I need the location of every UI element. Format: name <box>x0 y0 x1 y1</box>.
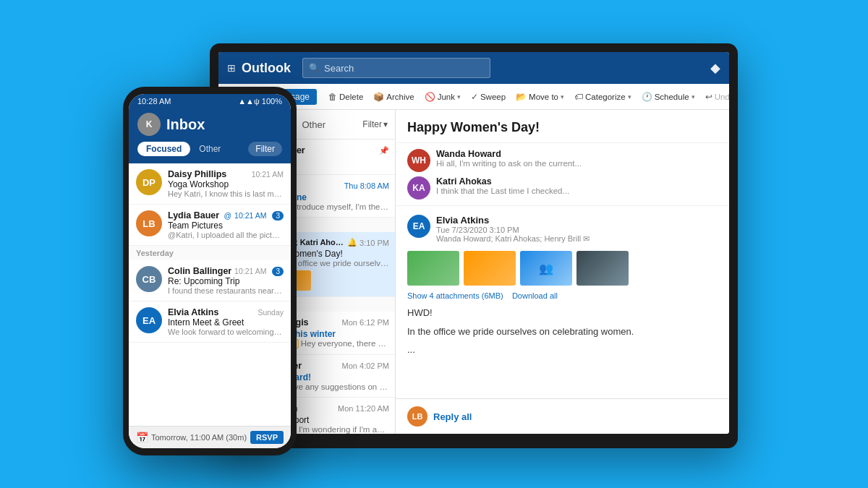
junk-chevron: ▾ <box>457 93 461 100</box>
people-icon: 👥 <box>539 262 553 275</box>
attachment-thumb-1 <box>407 251 459 286</box>
unread-badge: 3 <box>272 267 284 276</box>
categorize-icon: 🏷 <box>574 92 583 102</box>
phone-preview: I found these restaurants near our... <box>168 286 284 295</box>
phone-tab-other[interactable]: Other <box>195 142 225 156</box>
reply-all-button[interactable]: Reply all <box>433 411 472 422</box>
phone: 10:28 AM ▲▲ψ 100% K Inbox Focused Other … <box>123 87 297 455</box>
participant-avatar: WH <box>407 149 430 172</box>
phone-reminder: 📅 Tomorrow, 11:00 AM (30m) <box>136 432 247 443</box>
reminder-icon: 📅 <box>136 432 148 443</box>
attachments-info[interactable]: Show 4 attachments (6MB) Download all <box>407 291 718 300</box>
outlook-header: ⊞ Outlook 🔍 Search ◆ <box>218 52 729 84</box>
phone-time: 10:21 AM <box>252 170 284 179</box>
email-time: 3:10 PM <box>359 239 389 247</box>
attachment-thumb-2 <box>464 251 516 286</box>
phone-filter-button[interactable]: Filter <box>248 142 282 156</box>
junk-button[interactable]: 🚫 Junk ▾ <box>420 90 465 104</box>
tab-other[interactable]: Other <box>299 118 328 132</box>
show-attachments: Show 4 attachments (6MB) <box>407 291 503 300</box>
phone-avatar: EA <box>136 307 162 333</box>
phone-tab-focused[interactable]: Focused <box>137 142 190 156</box>
sweep-label: Sweep <box>480 93 506 101</box>
unread-badge: 3 <box>272 211 284 221</box>
phone-screen: 10:28 AM ▲▲ψ 100% K Inbox Focused Other … <box>129 94 291 448</box>
download-all[interactable]: Download all <box>512 291 558 300</box>
phone-preview: Hey Katri, I know this is last minute, d… <box>168 189 284 198</box>
selected-sender-row: EA Elvia Atkins Tue 7/23/2020 3:10 PM Wa… <box>407 215 718 244</box>
reply-avatar: LB <box>407 406 427 427</box>
move-label: Move to <box>529 93 558 101</box>
delete-icon: 🗑 <box>328 92 337 102</box>
email-time: Mon 11:20 AM <box>338 404 389 413</box>
phone-email-item[interactable]: DP Daisy Phillips 10:21 AM Yoga Workshop… <box>129 163 291 205</box>
rsvp-button[interactable]: RSVP <box>250 431 284 444</box>
selected-sender-meta: Tue 7/23/2020 3:10 PM <box>436 226 718 234</box>
selected-sender-name: Elvia Atkins <box>436 215 718 226</box>
phone-email-header: Elvia Atkins Sunday <box>168 307 284 317</box>
archive-icon: 📦 <box>373 92 384 102</box>
participant-avatar: KA <box>407 176 430 200</box>
body-line-1: HWD! <box>407 306 718 320</box>
participant-preview: I think that the Last time I checked... <box>436 187 718 195</box>
undo-button[interactable]: ↩ Undo <box>701 90 729 104</box>
move-to-button[interactable]: 📂 Move to ▾ <box>511 90 569 104</box>
phone-avatar: CB <box>136 266 162 292</box>
body-line-2: In the office we pride ourselves on cele… <box>407 325 718 339</box>
categorize-button[interactable]: 🏷 Categorize ▾ <box>570 90 636 104</box>
junk-label: Junk <box>438 93 455 101</box>
filter-button[interactable]: Filter ▾ <box>362 119 388 129</box>
phone-inbox-header: K Inbox Focused Other Filter <box>129 108 291 163</box>
undo-label: Undo <box>715 93 729 101</box>
schedule-label: Schedule <box>655 93 689 101</box>
phone-time: 10:28 AM <box>137 97 171 106</box>
categorize-label: Categorize <box>585 93 626 101</box>
email-time: Mon 4:02 PM <box>342 361 389 370</box>
delete-button[interactable]: 🗑 Delete <box>324 90 367 104</box>
phone-subject: Intern Meet & Greet <box>168 317 284 328</box>
detail-participants: WH Wanda Howard Hi all, I'm writing to a… <box>396 143 729 206</box>
archive-label: Archive <box>386 93 414 101</box>
search-box[interactable]: 🔍 Search <box>302 58 490 78</box>
phone-preview: We look forward to welcoming our fall in… <box>168 328 284 336</box>
phone-email-content: Lydia Bauer @ 10:21 AM 3 Team Pictures @… <box>168 210 284 239</box>
phone-bottom-bar: 📅 Tomorrow, 11:00 AM (30m) RSVP <box>129 426 291 448</box>
phone-subject: Yoga Workshop <box>168 179 284 189</box>
sweep-icon: ✓ <box>471 92 478 102</box>
pin-icon: 📌 <box>379 146 389 155</box>
archive-button[interactable]: 📦 Archive <box>369 90 418 104</box>
phone-subject: Team Pictures <box>168 221 284 231</box>
phone-sender: Lydia Bauer <box>168 210 219 221</box>
sweep-button[interactable]: ✓ Sweep <box>467 90 510 104</box>
grid-icon[interactable]: ⊞ <box>227 62 236 74</box>
phone-avatar: DP <box>136 169 162 195</box>
body-line-3: ... <box>407 343 718 357</box>
participant-row: KA Katri Ahokas I think that the Last ti… <box>407 176 718 200</box>
at-icon: @ <box>224 211 231 220</box>
schedule-icon: 🕐 <box>642 92 652 102</box>
participant-name: Katri Ahokas <box>436 176 718 187</box>
search-placeholder: Search <box>324 63 354 74</box>
reply-bar: LB Reply all <box>396 398 729 434</box>
email-time: Mon 6:12 PM <box>342 318 389 327</box>
phone-time: 10:21 AM <box>234 211 266 220</box>
participant-info: Katri Ahokas I think that the Last time … <box>436 176 718 195</box>
phone-email-item[interactable]: EA Elvia Atkins Sunday Intern Meet & Gre… <box>129 301 291 343</box>
attachment-thumb-4 <box>576 251 629 286</box>
attachments-row: 👥 <box>407 251 718 286</box>
selected-sender-to: Wanda Howard; Katri Ahokas; Henry Brill … <box>436 234 718 244</box>
phone-inbox-title: Inbox <box>166 116 205 133</box>
phone-signal-battery: ▲▲ψ 100% <box>238 97 282 106</box>
detail-body: HWD! In the office we pride ourselves on… <box>407 306 718 357</box>
schedule-button[interactable]: 🕐 Schedule ▾ <box>637 90 699 104</box>
detail-scroll: EA Elvia Atkins Tue 7/23/2020 3:10 PM Wa… <box>396 206 729 398</box>
rewards-icon[interactable]: ◆ <box>710 60 720 76</box>
phone-email-content: Elvia Atkins Sunday Intern Meet & Greet … <box>168 307 284 336</box>
phone-email-item[interactable]: CB Colin Ballinger 10:21 AM 3 Re: Upcomi… <box>129 260 291 301</box>
phone-sender: Daisy Phillips <box>168 169 226 179</box>
phone-email-item[interactable]: LB Lydia Bauer @ 10:21 AM 3 Team Picture… <box>129 205 291 246</box>
phone-email-header: Colin Ballinger 10:21 AM 3 <box>168 266 284 276</box>
participant-row: WH Wanda Howard Hi all, I'm writing to a… <box>407 149 718 172</box>
phone-email-header: Daisy Phillips 10:21 AM <box>168 169 284 179</box>
search-icon: 🔍 <box>309 63 320 73</box>
